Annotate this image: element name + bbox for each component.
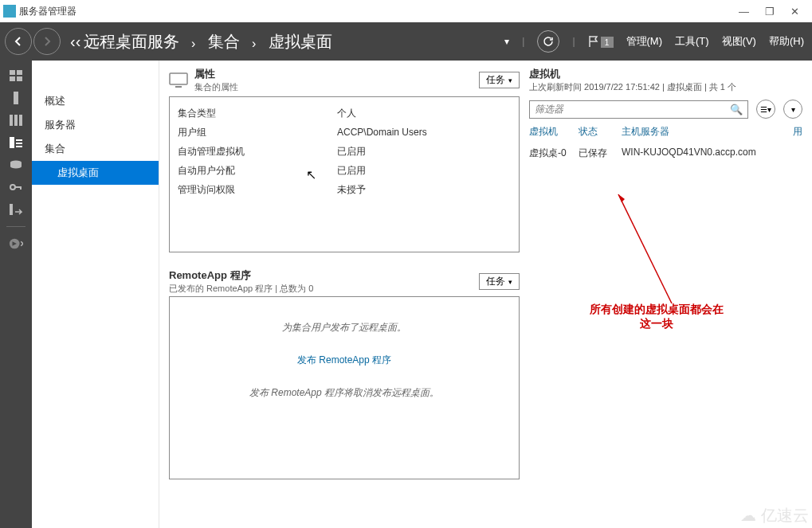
svg-rect-18 — [170, 73, 187, 84]
server-icon[interactable] — [9, 92, 23, 104]
separator: | — [522, 36, 524, 47]
breadcrumb-prefix: ‹‹ — [70, 33, 80, 50]
svg-rect-16 — [10, 204, 13, 215]
sidebar-item-collection[interactable]: 集合 — [32, 137, 159, 161]
svg-rect-10 — [16, 143, 22, 144]
breadcrumb-2[interactable]: 集合 — [208, 33, 240, 50]
prop-value: 已启用 — [337, 142, 366, 161]
breadcrumb-dropdown[interactable]: ▾ — [504, 36, 509, 47]
vm-status: 已保存 — [579, 147, 612, 160]
menu-tools[interactable]: 工具(T) — [675, 34, 709, 49]
svg-rect-3 — [17, 76, 22, 81]
filter-box: 🔍 — [529, 100, 748, 119]
svg-rect-4 — [14, 92, 18, 104]
col-vm[interactable]: 虚拟机 — [529, 125, 569, 139]
properties-title: 属性 — [194, 67, 238, 81]
sidebar-item-overview[interactable]: 概述 — [32, 89, 159, 113]
monitor-icon — [169, 72, 188, 88]
search-icon[interactable]: 🔍 — [730, 104, 743, 115]
prop-row: 自动管理虚拟机已启用 — [178, 142, 511, 161]
filter-expand-button[interactable]: ▾ — [783, 100, 802, 119]
filter-options-button[interactable]: ☰▾ — [756, 100, 775, 119]
remoteapp-panel: RemoteApp 程序 已发布的 RemoteApp 程序 | 总数为 0 任… — [169, 268, 520, 479]
breadcrumb-1[interactable]: 远程桌面服务 — [84, 33, 179, 50]
all-servers-icon[interactable] — [9, 115, 23, 126]
remoteapp-publish-link[interactable]: 发布 RemoteApp 程序 — [170, 354, 519, 367]
content-area: 属性 集合的属性 任务 集合类型个人 用户组ACCP\Domain Users … — [159, 61, 812, 528]
app-title: 服务器管理器 — [19, 5, 76, 18]
vm-row[interactable]: 虚拟桌-0 已保存 WIN-KUJOQD41VN0.accp.com — [529, 147, 802, 160]
svg-rect-7 — [19, 115, 22, 126]
rds-icon[interactable] — [9, 137, 23, 148]
prop-label: 用户组 — [178, 123, 337, 142]
vm-title: 虚拟机 — [529, 67, 802, 81]
filter-row: 🔍 ☰▾ ▾ — [529, 100, 802, 119]
prop-value: 未授予 — [337, 180, 366, 199]
svg-rect-19 — [175, 86, 182, 88]
main-area: 概述 服务器 集合 虚拟桌面 属性 集合的属性 任务 集合类型个人 用户组ACC… — [0, 61, 812, 528]
sidebar-item-server[interactable]: 服务器 — [32, 113, 159, 137]
filter-input[interactable] — [535, 104, 730, 115]
svg-rect-11 — [16, 146, 22, 147]
annotation-text: 所有创建的虚拟桌面都会在 这一块 — [590, 303, 724, 331]
watermark: ☁ 亿速云 — [740, 505, 809, 526]
vm-panel: 虚拟机 上次刷新时间 2019/7/22 17:51:42 | 虚拟桌面 | 共… — [529, 67, 802, 522]
separator: | — [572, 36, 575, 47]
remoteapp-box: 为集合用户发布了远程桌面。 发布 RemoteApp 程序 发布 RemoteA… — [169, 296, 520, 479]
title-bar: 服务器管理器 — ❐ ✕ — [0, 0, 812, 22]
dashboard-icon[interactable] — [9, 70, 23, 81]
menu-view[interactable]: 视图(V) — [722, 34, 756, 49]
breadcrumb-3[interactable]: 虚拟桌面 — [269, 33, 332, 50]
fileserver-icon[interactable] — [9, 204, 23, 215]
svg-rect-15 — [20, 186, 22, 190]
nav-back-button[interactable] — [5, 28, 32, 55]
separator — [6, 226, 25, 227]
svg-rect-9 — [16, 139, 22, 141]
collapse-icon[interactable] — [9, 238, 23, 249]
prop-row: 集合类型个人 — [178, 104, 511, 123]
col-status[interactable]: 状态 — [579, 125, 612, 139]
remoteapp-note: 发布 RemoteApp 程序将取消发布远程桌面。 — [170, 386, 519, 400]
svg-point-13 — [10, 185, 15, 190]
col-host[interactable]: 主机服务器 — [622, 125, 783, 139]
prop-row: 用户组ACCP\Domain Users — [178, 123, 511, 142]
menu-help[interactable]: 帮助(H) — [769, 34, 804, 49]
svg-rect-8 — [10, 137, 14, 148]
prop-row: 管理访问权限未授予 — [178, 180, 511, 199]
prop-label: 集合类型 — [178, 104, 337, 123]
remoteapp-status: 为集合用户发布了远程桌面。 — [170, 321, 519, 334]
notification-flag[interactable]: 1 — [588, 35, 614, 48]
svg-rect-0 — [10, 70, 15, 75]
prop-value: 个人 — [337, 104, 356, 123]
vm-columns: 虚拟机 状态 主机服务器 用 — [529, 125, 802, 139]
col-user[interactable]: 用 — [793, 125, 802, 139]
disk-icon[interactable] — [9, 159, 23, 170]
vm-host: WIN-KUJOQD41VN0.accp.com — [622, 147, 802, 160]
header-tools: ▾ | | 1 管理(M) 工具(T) 视图(V) 帮助(H) — [504, 30, 812, 53]
svg-rect-2 — [10, 76, 15, 81]
prop-value: 已启用 — [337, 161, 366, 180]
nav-sidebar: 概述 服务器 集合 虚拟桌面 — [32, 61, 159, 528]
prop-row: 自动用户分配已启用 — [178, 161, 511, 180]
close-button[interactable]: ✕ — [790, 6, 799, 18]
properties-box: 集合类型个人 用户组ACCP\Domain Users 自动管理虚拟机已启用 自… — [169, 96, 520, 252]
prop-label: 自动用户分配 — [178, 161, 337, 180]
properties-subtitle: 集合的属性 — [194, 81, 238, 93]
refresh-button[interactable] — [537, 30, 559, 53]
chevron-icon: › — [191, 37, 195, 50]
key-icon[interactable] — [9, 182, 23, 193]
properties-panel: 属性 集合的属性 任务 集合类型个人 用户组ACCP\Domain Users … — [169, 67, 520, 252]
remoteapp-task-button[interactable]: 任务 — [479, 273, 520, 290]
sidebar-item-vdesktop[interactable]: 虚拟桌面 — [32, 161, 159, 185]
properties-task-button[interactable]: 任务 — [479, 72, 520, 88]
minimize-button[interactable]: — — [739, 6, 749, 18]
maximize-button[interactable]: ❐ — [765, 6, 775, 18]
svg-rect-6 — [14, 115, 18, 126]
remoteapp-title: RemoteApp 程序 — [169, 268, 313, 283]
notification-count: 1 — [601, 37, 614, 48]
menu-manage[interactable]: 管理(M) — [626, 34, 663, 49]
nav-forward-button[interactable] — [33, 28, 61, 55]
chevron-icon: › — [252, 37, 256, 50]
icon-sidebar — [0, 61, 32, 528]
svg-rect-1 — [17, 70, 22, 75]
